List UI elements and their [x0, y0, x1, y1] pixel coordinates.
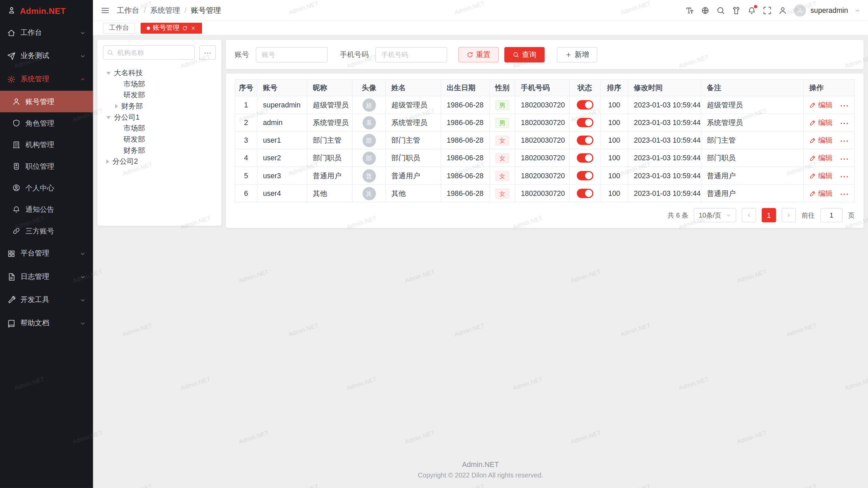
- add-button[interactable]: 新增: [557, 47, 597, 62]
- user-avatar[interactable]: [794, 4, 806, 16]
- sidebar-subitem-label: 机构管理: [25, 140, 54, 149]
- column-header: 备注: [701, 79, 804, 96]
- tab-active[interactable]: 账号管理: [141, 22, 202, 34]
- tab-label: 账号管理: [153, 23, 179, 33]
- cell-status: [569, 149, 600, 167]
- sidebar-item[interactable]: 开发工具: [0, 288, 93, 312]
- status-toggle[interactable]: [576, 136, 593, 145]
- cell-actions: 编辑···: [804, 167, 854, 184]
- goto-page-input[interactable]: [821, 208, 843, 222]
- org-more-button[interactable]: ···: [199, 45, 216, 60]
- chevron-down-icon: [726, 212, 731, 218]
- tree-node[interactable]: 市场部: [103, 123, 216, 134]
- username[interactable]: superadmin: [810, 6, 848, 14]
- cell-order: 100: [600, 149, 628, 167]
- page-button-1[interactable]: 1: [762, 208, 776, 222]
- account-input[interactable]: [256, 47, 328, 62]
- more-actions-button[interactable]: ···: [840, 137, 849, 145]
- sidebar-item[interactable]: 工作台: [0, 21, 93, 44]
- cell-gender: 女: [490, 149, 515, 167]
- tree-node[interactable]: 财务部: [103, 145, 216, 156]
- status-toggle[interactable]: [576, 171, 593, 181]
- caret-down-icon[interactable]: [106, 72, 111, 74]
- tab-refresh-icon[interactable]: [182, 25, 188, 30]
- edit-button[interactable]: 编辑: [809, 118, 833, 127]
- more-actions-button[interactable]: ···: [840, 172, 849, 181]
- fullscreen-icon[interactable]: [763, 6, 772, 15]
- sidebar-item[interactable]: 业务测试: [0, 44, 93, 68]
- edit-button[interactable]: 编辑: [809, 188, 833, 198]
- font-size-icon[interactable]: [685, 6, 694, 15]
- sidebar-subitem[interactable]: 三方账号: [0, 220, 93, 242]
- sidebar-subitem-label: 职位管理: [25, 161, 54, 171]
- gender-badge: 男: [495, 100, 509, 110]
- edit-label: 编辑: [818, 153, 832, 163]
- search-icon[interactable]: [716, 6, 725, 15]
- more-actions-button[interactable]: ···: [840, 190, 849, 198]
- search-label: 查询: [522, 49, 536, 59]
- chevron-down-icon[interactable]: [855, 7, 860, 13]
- status-toggle[interactable]: [576, 100, 593, 110]
- tab[interactable]: 工作台: [103, 22, 135, 34]
- toggle-knob: [585, 119, 592, 126]
- org-search-input[interactable]: [103, 45, 195, 60]
- phone-input[interactable]: [375, 47, 447, 62]
- sidebar-subitem[interactable]: 机构管理: [0, 134, 93, 156]
- table-row: 5user3普通用户普普通用户1986-06-28女18020030720100…: [235, 167, 854, 184]
- edit-button[interactable]: 编辑: [809, 135, 833, 145]
- gender-badge: 女: [495, 135, 509, 145]
- status-toggle[interactable]: [576, 118, 593, 127]
- search-button[interactable]: 查询: [504, 47, 545, 62]
- status-toggle[interactable]: [576, 189, 593, 198]
- app-logo[interactable]: Admin.NET: [0, 0, 93, 21]
- reset-button[interactable]: 重置: [458, 47, 499, 62]
- caret-down-icon[interactable]: [106, 116, 111, 119]
- tree-node[interactable]: 财务部: [103, 101, 216, 112]
- notification-bell[interactable]: [747, 6, 756, 15]
- cell-remark: 系统管理员: [701, 114, 804, 131]
- sidebar-subitem[interactable]: 个人中心: [0, 177, 93, 199]
- hamburger-menu-icon[interactable]: [101, 6, 110, 15]
- breadcrumb-item[interactable]: 系统管理: [150, 5, 180, 15]
- tree-node[interactable]: 分公司2: [103, 156, 216, 167]
- prev-page-button[interactable]: [742, 208, 756, 222]
- sidebar-subitem[interactable]: 通知公告: [0, 199, 93, 220]
- caret-right-icon[interactable]: [106, 159, 109, 164]
- breadcrumb-item[interactable]: 工作台: [117, 5, 139, 15]
- edit-button[interactable]: 编辑: [809, 171, 833, 181]
- theme-icon[interactable]: [732, 6, 741, 15]
- sidebar-item[interactable]: 日志管理: [0, 265, 93, 288]
- tree-node[interactable]: 研发部: [103, 134, 216, 145]
- tree-node-label: 研发部: [123, 90, 145, 100]
- tree-node[interactable]: 分公司1: [103, 112, 216, 123]
- tree-node[interactable]: 市场部: [103, 79, 216, 90]
- cell-modified: 2023-01-03 10:59:44: [628, 184, 701, 202]
- tree-node[interactable]: 大名科技: [103, 67, 216, 79]
- user-panel-icon[interactable]: [778, 6, 787, 15]
- sidebar-item[interactable]: 系统管理: [0, 67, 93, 91]
- tree-node[interactable]: 研发部: [103, 89, 216, 101]
- chevron-left-icon: [746, 212, 752, 218]
- sidebar-subitem[interactable]: 账号管理: [0, 91, 93, 113]
- home-icon: [7, 28, 15, 37]
- status-toggle[interactable]: [576, 153, 593, 163]
- page-size-select[interactable]: 10条/页: [694, 208, 736, 222]
- sidebar-item[interactable]: 平台管理: [0, 242, 93, 265]
- globe-icon[interactable]: [701, 6, 710, 15]
- more-actions-button[interactable]: ···: [840, 155, 849, 163]
- sidebar-item[interactable]: 帮助文档: [0, 311, 93, 335]
- more-actions-button[interactable]: ···: [840, 119, 849, 127]
- tab-active-dot: [147, 26, 150, 30]
- cell-remark: 部门职员: [701, 149, 804, 167]
- tab-close-icon[interactable]: [191, 25, 196, 30]
- more-actions-button[interactable]: ···: [840, 102, 849, 110]
- edit-button[interactable]: 编辑: [809, 100, 833, 110]
- caret-right-icon[interactable]: [115, 104, 118, 108]
- gender-badge: 女: [495, 153, 509, 163]
- next-page-button[interactable]: [782, 208, 796, 222]
- cell-name: 其他: [386, 184, 441, 202]
- sidebar-subitem[interactable]: 职位管理: [0, 156, 93, 177]
- edit-icon: [809, 155, 816, 161]
- sidebar-subitem[interactable]: 角色管理: [0, 112, 93, 134]
- edit-button[interactable]: 编辑: [809, 153, 833, 163]
